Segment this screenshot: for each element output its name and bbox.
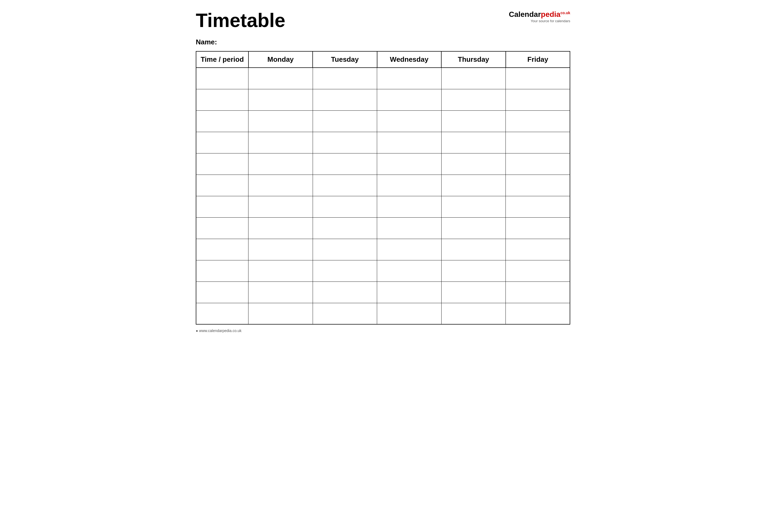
cell-r4-c0[interactable] [196, 153, 248, 175]
cell-r2-c5[interactable] [506, 110, 570, 132]
cell-r10-c1[interactable] [248, 282, 313, 303]
page-title: Timetable [196, 11, 285, 30]
cell-r6-c1[interactable] [248, 196, 313, 217]
table-row [196, 110, 570, 132]
cell-r1-c1[interactable] [248, 89, 313, 110]
cell-r1-c0[interactable] [196, 89, 248, 110]
timetable-body [196, 68, 570, 324]
table-row [196, 282, 570, 303]
cell-r5-c2[interactable] [313, 175, 377, 196]
cell-r8-c0[interactable] [196, 239, 248, 260]
cell-r6-c4[interactable] [441, 196, 506, 217]
col-header-monday: Monday [248, 51, 313, 68]
cell-r4-c3[interactable] [377, 153, 441, 175]
cell-r1-c4[interactable] [441, 89, 506, 110]
cell-r8-c2[interactable] [313, 239, 377, 260]
cell-r0-c0[interactable] [196, 68, 248, 89]
cell-r0-c2[interactable] [313, 68, 377, 89]
cell-r10-c2[interactable] [313, 282, 377, 303]
cell-r2-c0[interactable] [196, 110, 248, 132]
cell-r11-c1[interactable] [248, 303, 313, 324]
table-row [196, 132, 570, 153]
cell-r2-c2[interactable] [313, 110, 377, 132]
cell-r11-c0[interactable] [196, 303, 248, 324]
cell-r11-c3[interactable] [377, 303, 441, 324]
col-header-friday: Friday [506, 51, 570, 68]
cell-r9-c5[interactable] [506, 260, 570, 282]
cell-r8-c5[interactable] [506, 239, 570, 260]
cell-r0-c3[interactable] [377, 68, 441, 89]
cell-r0-c5[interactable] [506, 68, 570, 89]
logo-couk: co.uk [560, 11, 570, 15]
cell-r3-c5[interactable] [506, 132, 570, 153]
cell-r4-c4[interactable] [441, 153, 506, 175]
table-row [196, 175, 570, 196]
logo-tagline: Your source for calendars [531, 19, 570, 23]
cell-r10-c3[interactable] [377, 282, 441, 303]
col-header-time: Time / period [196, 51, 248, 68]
cell-r4-c5[interactable] [506, 153, 570, 175]
cell-r6-c3[interactable] [377, 196, 441, 217]
cell-r5-c3[interactable] [377, 175, 441, 196]
cell-r3-c3[interactable] [377, 132, 441, 153]
logo-text: Calendarpediaco.uk [509, 11, 570, 18]
col-header-wednesday: Wednesday [377, 51, 441, 68]
cell-r5-c5[interactable] [506, 175, 570, 196]
cell-r3-c0[interactable] [196, 132, 248, 153]
cell-r11-c4[interactable] [441, 303, 506, 324]
cell-r6-c5[interactable] [506, 196, 570, 217]
cell-r10-c4[interactable] [441, 282, 506, 303]
cell-r8-c1[interactable] [248, 239, 313, 260]
cell-r4-c1[interactable] [248, 153, 313, 175]
cell-r8-c3[interactable] [377, 239, 441, 260]
cell-r11-c2[interactable] [313, 303, 377, 324]
table-header-row: Time / period Monday Tuesday Wednesday T… [196, 51, 570, 68]
cell-r10-c0[interactable] [196, 282, 248, 303]
logo-container: Calendarpediaco.uk Your source for calen… [509, 11, 570, 23]
cell-r5-c4[interactable] [441, 175, 506, 196]
cell-r9-c4[interactable] [441, 260, 506, 282]
cell-r6-c2[interactable] [313, 196, 377, 217]
table-row [196, 239, 570, 260]
cell-r0-c4[interactable] [441, 68, 506, 89]
cell-r6-c0[interactable] [196, 196, 248, 217]
cell-r9-c0[interactable] [196, 260, 248, 282]
cell-r1-c3[interactable] [377, 89, 441, 110]
cell-r5-c0[interactable] [196, 175, 248, 196]
header-row: Timetable Calendarpediaco.uk Your source… [196, 11, 570, 30]
table-row [196, 303, 570, 324]
cell-r1-c5[interactable] [506, 89, 570, 110]
table-row [196, 89, 570, 110]
cell-r7-c4[interactable] [441, 217, 506, 239]
cell-r5-c1[interactable] [248, 175, 313, 196]
name-row: Name: [196, 38, 570, 46]
cell-r9-c1[interactable] [248, 260, 313, 282]
cell-r4-c2[interactable] [313, 153, 377, 175]
cell-r1-c2[interactable] [313, 89, 377, 110]
cell-r9-c3[interactable] [377, 260, 441, 282]
logo-calendar: Calendar [509, 10, 541, 18]
cell-r2-c4[interactable] [441, 110, 506, 132]
cell-r7-c3[interactable] [377, 217, 441, 239]
cell-r8-c4[interactable] [441, 239, 506, 260]
cell-r3-c4[interactable] [441, 132, 506, 153]
table-row [196, 260, 570, 282]
footer-url: ● www.calendarpedia.co.uk [196, 329, 241, 333]
cell-r2-c3[interactable] [377, 110, 441, 132]
footer: ● www.calendarpedia.co.uk [196, 329, 570, 333]
cell-r11-c5[interactable] [506, 303, 570, 324]
cell-r7-c5[interactable] [506, 217, 570, 239]
cell-r2-c1[interactable] [248, 110, 313, 132]
table-row [196, 153, 570, 175]
col-header-thursday: Thursday [441, 51, 506, 68]
cell-r0-c1[interactable] [248, 68, 313, 89]
cell-r9-c2[interactable] [313, 260, 377, 282]
cell-r7-c1[interactable] [248, 217, 313, 239]
cell-r7-c2[interactable] [313, 217, 377, 239]
cell-r7-c0[interactable] [196, 217, 248, 239]
cell-r3-c1[interactable] [248, 132, 313, 153]
col-header-tuesday: Tuesday [313, 51, 377, 68]
table-row [196, 68, 570, 89]
cell-r3-c2[interactable] [313, 132, 377, 153]
cell-r10-c5[interactable] [506, 282, 570, 303]
